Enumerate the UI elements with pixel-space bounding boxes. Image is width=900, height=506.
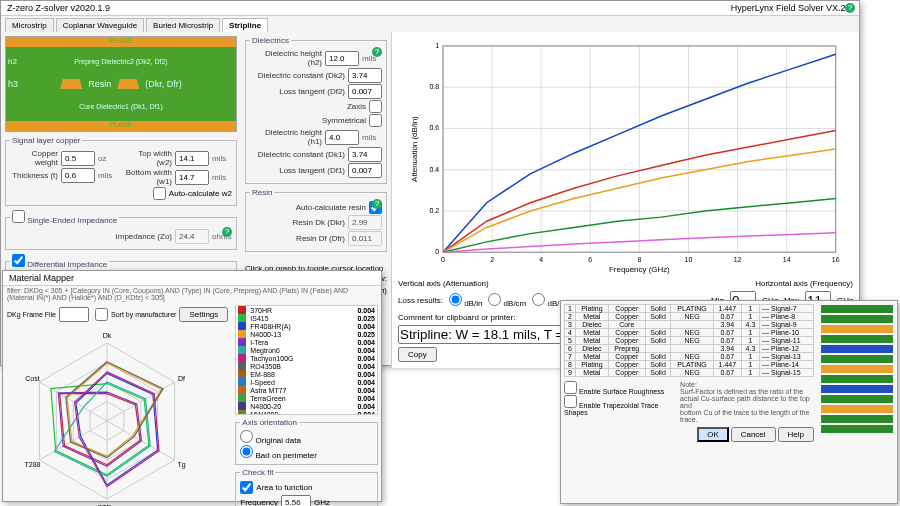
cancel-button[interactable]: Cancel [731, 427, 776, 442]
thickness-input[interactable] [61, 168, 95, 183]
svg-text:T288: T288 [25, 461, 41, 468]
checkfit-group: Check fit Area to function FrequencyGHz … [235, 468, 378, 506]
diff-enable-checkbox[interactable] [12, 254, 25, 267]
single-ended-group: Single-Ended Impedance Impedance (Zo) oh… [5, 210, 237, 250]
copy-button[interactable]: Copy [398, 347, 437, 362]
attenuation-chart[interactable]: 024681012141600.20.40.60.81Frequency (GH… [398, 38, 853, 276]
tab-stripline[interactable]: Stripline [222, 18, 268, 32]
svg-text:0.2: 0.2 [429, 207, 439, 214]
trapezoid-checkbox[interactable] [564, 395, 577, 408]
stack-slab [821, 425, 893, 433]
material-row[interactable]: 370HR0.004 [236, 306, 377, 314]
layer-row[interactable]: 2MetalCopperSolidNEG0.671— Plane-8 [565, 313, 814, 321]
resin-df-output [348, 231, 382, 246]
svg-text:Cost: Cost [25, 375, 39, 382]
note-text: Note: Surf-Factor is defined as the rati… [680, 381, 814, 423]
material-row[interactable]: IS4150.025 [236, 314, 377, 322]
trace-right [117, 79, 139, 89]
svg-text:Frequency (GHz): Frequency (GHz) [609, 265, 670, 274]
app-title: Z-zero Z-solver v2020.1.9 [7, 3, 110, 13]
tab-coplanar-waveguide[interactable]: Coplanar Waveguide [56, 18, 144, 32]
material-row[interactable]: N4000-130.025 [236, 330, 377, 338]
layer-row[interactable]: 5MetalCopperSolidNEG0.671— Signal-11 [565, 337, 814, 345]
layer-row[interactable]: 3DielecCore3.944.3— Signal-9 [565, 321, 814, 329]
svg-text:0: 0 [441, 256, 445, 263]
svg-text:14: 14 [783, 256, 791, 263]
dielectrics-group: Dielectrics Dielectric height (h2)mils D… [245, 36, 387, 184]
prepreg-layer: Prepreg Dielectric2 (Dk2, Df2) h2 [6, 47, 236, 76]
dk1-input[interactable] [348, 147, 382, 162]
dk2-input[interactable] [348, 68, 382, 83]
orient-bad-radio[interactable] [240, 445, 253, 458]
stack-slab [821, 415, 893, 423]
material-row[interactable]: MW40000.004 [236, 410, 377, 415]
chk-freq-input[interactable] [281, 495, 311, 506]
stack-slab [821, 355, 893, 363]
svg-text:Df: Df [178, 375, 185, 382]
settings-button[interactable]: Settings [179, 307, 228, 322]
bottom-plane: PLANE [6, 121, 236, 131]
zaxis-checkbox[interactable] [369, 100, 382, 113]
tab-microstrip[interactable]: Microstrip [5, 18, 54, 32]
sort-checkbox[interactable] [95, 308, 108, 321]
stack-slab [821, 315, 893, 323]
h2-input[interactable] [325, 51, 359, 66]
svg-text:Tg: Tg [177, 461, 185, 469]
svg-text:1: 1 [435, 42, 439, 49]
df2-input[interactable] [348, 84, 382, 99]
layer-row[interactable]: 8PlatingCopperSolidPLATING1.4471— Plane-… [565, 361, 814, 369]
top-width-input[interactable] [175, 151, 209, 166]
stack-slab [821, 365, 893, 373]
help-icon[interactable]: ? [222, 227, 232, 237]
stack-slab [821, 375, 893, 383]
auto-w2-checkbox[interactable] [153, 187, 166, 200]
stack-slab [821, 335, 893, 343]
svg-text:12: 12 [734, 256, 742, 263]
h1-input[interactable] [325, 130, 359, 145]
layer-row[interactable]: 4MetalCopperSolidNEG0.671— Plane-10 [565, 329, 814, 337]
material-row[interactable]: RO4350B0.004 [236, 362, 377, 370]
svg-text:0.8: 0.8 [429, 83, 439, 90]
material-row[interactable]: Tachyon100G0.004 [236, 354, 377, 362]
material-row[interactable]: TerraGreen0.004 [236, 394, 377, 402]
frame-file-input[interactable] [59, 307, 89, 322]
unit-dbcm-radio[interactable] [488, 293, 501, 306]
help-icon[interactable]: ? [372, 47, 382, 57]
unit-dbm-radio[interactable] [532, 293, 545, 306]
svg-text:8: 8 [637, 256, 641, 263]
filter-string: filter: DKDg < 305 + [Category IN (Core,… [3, 286, 381, 302]
tab-buried-microstrip[interactable]: Buried Microstrip [146, 18, 220, 32]
help-icon[interactable]: ? [845, 3, 855, 13]
top-plane: PLANE [6, 37, 236, 47]
unit-dbin-radio[interactable] [449, 293, 462, 306]
material-row[interactable]: I-Speed0.004 [236, 378, 377, 386]
se-enable-checkbox[interactable] [12, 210, 25, 223]
roughness-checkbox[interactable] [564, 381, 577, 394]
bottom-width-input[interactable] [175, 170, 209, 185]
ok-button[interactable]: OK [697, 427, 729, 442]
df1-input[interactable] [348, 163, 382, 178]
radar-chart[interactable]: DkDfTgCTE-zT288Cost [7, 323, 207, 506]
help-button[interactable]: Help [778, 427, 814, 442]
radar-titlebar: Material Mapper [3, 271, 381, 286]
svg-text:0.4: 0.4 [429, 166, 439, 173]
area-fn-checkbox[interactable] [240, 481, 253, 494]
material-list[interactable]: 370HR0.004IS4150.025FR408HR(A)0.004N4000… [235, 305, 378, 415]
copper-weight-input[interactable] [61, 151, 95, 166]
layer-row[interactable]: 9MetalCopperSolidNEG0.671— Signal-15 [565, 369, 814, 377]
layer-row[interactable]: 6DielecPrepreg3.944.3— Plane-12 [565, 345, 814, 353]
help-icon[interactable]: ? [372, 199, 382, 209]
orientation-group: Axis orientation Original data Bad on pe… [235, 418, 378, 465]
layer-table[interactable]: 1PlatingCopperSolidPLATING1.4471— Signal… [564, 304, 814, 377]
material-row[interactable]: Megtron60.004 [236, 346, 377, 354]
orient-original-radio[interactable] [240, 430, 253, 443]
material-row[interactable]: EM-8880.004 [236, 370, 377, 378]
material-row[interactable]: N4800-200.004 [236, 402, 377, 410]
material-row[interactable]: I-Tera0.004 [236, 338, 377, 346]
layer-row[interactable]: 7MetalCopperSolidNEG0.671— Signal-13 [565, 353, 814, 361]
material-row[interactable]: Astra MT770.004 [236, 386, 377, 394]
symmetrical-checkbox[interactable] [369, 114, 382, 127]
material-row[interactable]: FR408HR(A)0.004 [236, 322, 377, 330]
stack-slab [821, 305, 893, 313]
layer-row[interactable]: 1PlatingCopperSolidPLATING1.4471— Signal… [565, 305, 814, 313]
